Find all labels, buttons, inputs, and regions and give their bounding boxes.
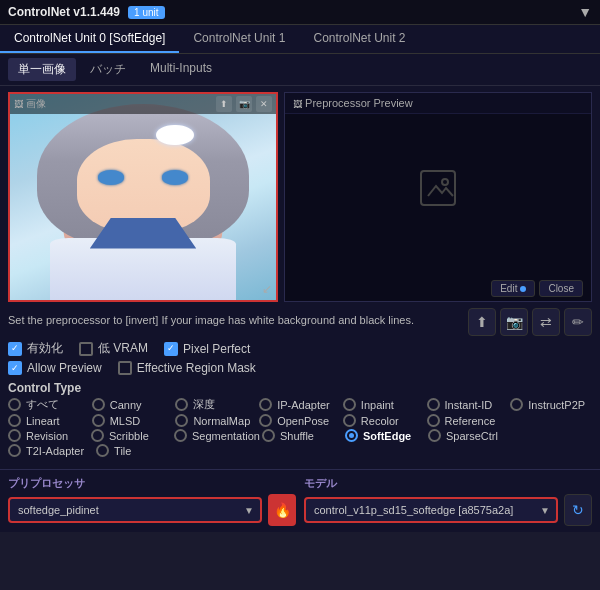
sub-tab-batch[interactable]: バッチ (80, 58, 136, 81)
preprocessor-row-inner: softedge_pidinet ▼ 🔥 (8, 494, 296, 526)
unit-badge: 1 unit (128, 6, 164, 19)
radio-t2i-adapter[interactable]: T2I-Adapter (8, 444, 84, 457)
rb-recolor (343, 414, 356, 427)
rb-revision (8, 429, 21, 442)
sub-tab-multi[interactable]: Multi-Inputs (140, 58, 222, 81)
rb-tile (96, 444, 109, 457)
radio-instant-id[interactable]: Instant-ID (427, 397, 509, 412)
radio-lineart[interactable]: Lineart (8, 414, 90, 427)
preview-empty (285, 114, 591, 262)
svg-point-1 (442, 179, 448, 185)
options-row-2: ✓ Allow Preview Effective Region Mask (8, 361, 592, 375)
radio-sparsectrl[interactable]: SparseCtrl (428, 429, 509, 442)
rb-t2i-adapter (8, 444, 21, 457)
options-row-1: ✓ 有効化 低 VRAM ✓ Pixel Perfect (8, 340, 592, 357)
close-image-icon[interactable]: ✕ (256, 96, 272, 112)
radio-recolor[interactable]: Recolor (343, 414, 425, 427)
rb-normalmap (175, 414, 188, 427)
image-panel[interactable]: 🖼 画像 ⬆ 📷 ✕ ↙ (8, 92, 278, 302)
rb-sparsectrl (428, 429, 441, 442)
allow-preview-cb-box: ✓ (8, 361, 22, 375)
low-vram-cb-box (79, 342, 93, 356)
eye-left (98, 170, 125, 184)
preview-header: 🖼 Preprocessor Preview (285, 93, 591, 114)
upload-icon[interactable]: ⬆ (216, 96, 232, 112)
radio-inpaint[interactable]: Inpaint (343, 397, 425, 412)
rb-instant-id (427, 398, 440, 411)
tab-unit-0[interactable]: ControlNet Unit 0 [SoftEdge] (0, 25, 179, 53)
radio-reference[interactable]: Reference (427, 414, 509, 427)
control-type-row-2: Lineart MLSD NormalMap OpenPose Recolor … (8, 414, 592, 427)
rb-depth (175, 398, 188, 411)
control-type-row-3: Revision Scribble Segmentation Shuffle S… (8, 429, 592, 442)
rb-softedge (345, 429, 358, 442)
toolbar: ⬆ 📷 ⇄ ✏ (468, 308, 592, 336)
radio-ip-adapter[interactable]: IP-Adapter (259, 397, 341, 412)
swap-tool-button[interactable]: ⇄ (532, 308, 560, 336)
fire-button[interactable]: 🔥 (268, 494, 296, 526)
low-vram-checkbox[interactable]: 低 VRAM (79, 340, 148, 357)
image-icon-row: ⬆ 📷 ✕ (216, 96, 272, 112)
bottom-section: プリプロセッサ softedge_pidinet ▼ 🔥 モデル control… (0, 469, 600, 532)
rb-mlsd (92, 414, 105, 427)
close-preview-button[interactable]: Close (539, 280, 583, 297)
preprocessor-select[interactable]: softedge_pidinet (8, 497, 262, 523)
collapse-icon[interactable]: ▼ (578, 4, 592, 20)
radio-all[interactable]: すべて (8, 397, 90, 412)
sub-tab-single[interactable]: 単一画像 (8, 58, 76, 81)
radio-depth[interactable]: 深度 (175, 397, 257, 412)
rb-instructp2p (510, 398, 523, 411)
flower (156, 125, 193, 146)
camera-tool-button[interactable]: 📷 (500, 308, 528, 336)
edit-button[interactable]: Edit (491, 280, 535, 297)
content-area: 🖼 画像 ⬆ 📷 ✕ ↙ (0, 86, 600, 469)
control-type-row-1: すべて Canny 深度 IP-Adapter Inpaint Instant-… (8, 397, 592, 412)
model-row-inner: control_v11p_sd15_softedge [a8575a2a] ▼ … (304, 494, 592, 526)
control-type-row-4: T2I-Adapter Tile (8, 444, 592, 457)
rb-shuffle (262, 429, 275, 442)
refresh-button[interactable]: ↻ (564, 494, 592, 526)
effective-region-checkbox[interactable]: Effective Region Mask (118, 361, 256, 375)
radio-canny[interactable]: Canny (92, 397, 174, 412)
pixel-perfect-cb-box: ✓ (164, 342, 178, 356)
model-select[interactable]: control_v11p_sd15_softedge [a8575a2a] (304, 497, 558, 523)
effective-region-cb-box (118, 361, 132, 375)
title-bar: ControlNet v1.1.449 1 unit ▼ (0, 0, 600, 25)
pixel-perfect-checkbox[interactable]: ✓ Pixel Perfect (164, 342, 250, 356)
main-tab-row: ControlNet Unit 0 [SoftEdge] ControlNet … (0, 25, 600, 54)
model-select-wrapper: control_v11p_sd15_softedge [a8575a2a] ▼ (304, 497, 558, 523)
radio-tile[interactable]: Tile (96, 444, 131, 457)
tab-unit-2[interactable]: ControlNet Unit 2 (299, 25, 419, 53)
radio-shuffle[interactable]: Shuffle (262, 429, 343, 442)
image-placeholder-icon (418, 168, 458, 208)
rb-softedge-inner (349, 433, 354, 438)
allow-preview-checkbox[interactable]: ✓ Allow Preview (8, 361, 102, 375)
rb-canny (92, 398, 105, 411)
preprocessor-col: プリプロセッサ softedge_pidinet ▼ 🔥 (8, 476, 296, 526)
radio-scribble[interactable]: Scribble (91, 429, 172, 442)
radio-normalmap[interactable]: NormalMap (175, 414, 257, 427)
upload-tool-button[interactable]: ⬆ (468, 308, 496, 336)
model-label: モデル (304, 476, 592, 491)
rb-lineart (8, 414, 21, 427)
enabled-cb-box: ✓ (8, 342, 22, 356)
expand-icon[interactable]: ↙ (262, 282, 272, 296)
rb-all (8, 398, 21, 411)
radio-openpose[interactable]: OpenPose (259, 414, 341, 427)
rb-inpaint (343, 398, 356, 411)
sub-tab-row: 単一画像 バッチ Multi-Inputs (0, 54, 600, 86)
radio-softedge[interactable]: SoftEdge (345, 429, 426, 442)
radio-segmentation[interactable]: Segmentation (174, 429, 260, 442)
model-col: モデル control_v11p_sd15_softedge [a8575a2a… (304, 476, 592, 526)
tab-unit-1[interactable]: ControlNet Unit 1 (179, 25, 299, 53)
camera-icon[interactable]: 📷 (236, 96, 252, 112)
eye-right (162, 170, 189, 184)
image-panel-header: 🖼 画像 ⬆ 📷 ✕ (10, 94, 276, 114)
notice-text: Set the preprocessor to [invert] If your… (8, 310, 414, 330)
radio-instructp2p[interactable]: InstructP2P (510, 397, 592, 412)
radio-revision[interactable]: Revision (8, 429, 89, 442)
radio-mlsd[interactable]: MLSD (92, 414, 174, 427)
preprocessor-label: プリプロセッサ (8, 476, 296, 491)
enabled-checkbox[interactable]: ✓ 有効化 (8, 340, 63, 357)
edit-tool-button[interactable]: ✏ (564, 308, 592, 336)
